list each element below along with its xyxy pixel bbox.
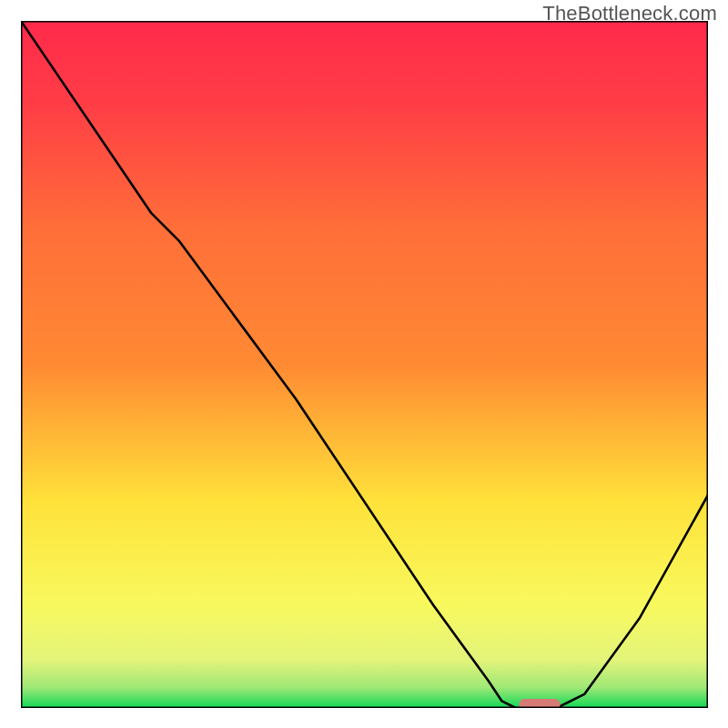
chart-frame: TheBottleneck.com	[0, 0, 728, 728]
gradient-background	[21, 21, 708, 708]
plot-area	[21, 21, 708, 708]
chart-svg	[21, 21, 708, 708]
